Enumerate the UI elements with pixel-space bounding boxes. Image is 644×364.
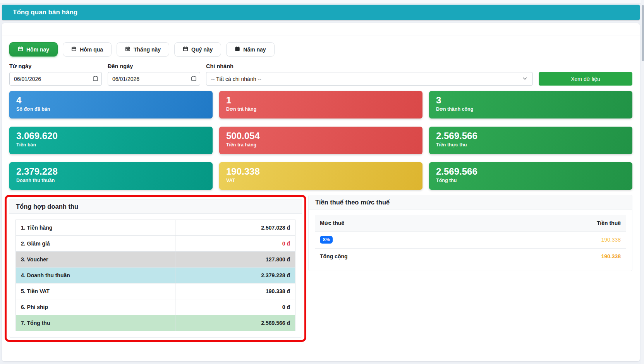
- row-value: 0 đ: [175, 236, 295, 252]
- stat-label: Tiền bán: [16, 142, 206, 148]
- from-date-label: Từ ngày: [9, 63, 102, 69]
- stat-card-tong-thu: 2.569.566 Tổng thu: [429, 162, 632, 190]
- row-value: 2.507.028 đ: [175, 220, 295, 236]
- row-value: 190.338 đ: [175, 283, 295, 299]
- stat-card-doanh-thu-thuan: 2.379.228 Doanh thu thuần: [9, 162, 213, 190]
- stat-value: 3.069.620: [16, 130, 206, 142]
- calendar-icon: [18, 46, 23, 53]
- table-row: 8% 190.338: [315, 231, 626, 248]
- calendar-icon: [71, 46, 77, 53]
- stat-label: Đơn thành công: [436, 106, 625, 112]
- stat-card-tien-ban: 3.069.620 Tiền bán: [9, 127, 213, 154]
- tax-panel: Tiền thuế theo mức thuế Mức thuế Tiền th…: [308, 195, 632, 271]
- column-header: Tiền thuế: [478, 215, 626, 231]
- stat-card-don-tra-hang: 1 Đơn trả hàng: [219, 91, 422, 118]
- stat-value: 190.338: [226, 166, 416, 177]
- row-value: 0 đ: [175, 299, 295, 315]
- stat-label: Số đơn đã bán: [16, 106, 206, 112]
- table-row: 7. Tổng thu 2.569.566 đ: [16, 315, 295, 331]
- branch-select-value: -- Tất cả chi nhánh --: [211, 76, 261, 82]
- stat-cards-grid: 4 Số đơn đã bán 1 Đơn trả hàng 3 Đơn thà…: [9, 91, 632, 190]
- row-label: 6. Phí ship: [16, 299, 175, 315]
- stat-label: Doanh thu thuần: [16, 177, 206, 184]
- stat-label: VAT: [226, 177, 416, 184]
- stat-card-so-don-da-ban: 4 Số đơn đã bán: [9, 91, 213, 118]
- stat-value: 2.569.566: [436, 130, 625, 142]
- stat-card-don-thanh-cong: 3 Đơn thành công: [429, 91, 632, 118]
- tax-table-header-row: Mức thuế Tiền thuế: [315, 215, 626, 231]
- to-date-label: Đến ngày: [108, 63, 200, 69]
- quick-filter-label: Hôm nay: [26, 46, 49, 53]
- quick-filter-hom-qua[interactable]: Hôm qua: [63, 42, 112, 57]
- tax-total-row: Tổng cộng 190.338: [315, 248, 626, 264]
- tax-total-label: Tổng cộng: [315, 248, 478, 264]
- stat-value: 500.054: [226, 130, 416, 142]
- bottom-row: Tổng hợp doanh thu 1. Tiền hàng 2.507.02…: [9, 195, 632, 342]
- branch-label: Chi nhánh: [206, 63, 533, 69]
- column-header: Mức thuế: [315, 215, 478, 231]
- calendar-icon: [183, 46, 188, 53]
- row-label: 1. Tiền hàng: [16, 220, 175, 236]
- stat-label: Tiền trả hàng: [226, 142, 416, 148]
- view-data-button[interactable]: Xem dữ liệu: [539, 72, 632, 86]
- revenue-summary-table: 1. Tiền hàng 2.507.028 đ 2. Giảm giá 0 đ…: [15, 220, 295, 331]
- calendar-icon: [125, 46, 131, 53]
- quick-filter-row: Hôm nay Hôm qua Tháng này Quý này Năm na…: [9, 42, 632, 57]
- tax-rate-cell: 8%: [315, 231, 478, 248]
- calendar-picker-icon[interactable]: [93, 76, 98, 83]
- browser-top-strip: [0, 0, 644, 4]
- stat-label: Tổng thu: [436, 177, 625, 184]
- quick-filter-label: Quý này: [191, 46, 213, 53]
- quick-filter-hom-nay[interactable]: Hôm nay: [9, 42, 58, 57]
- revenue-summary-body: 1. Tiền hàng 2.507.028 đ 2. Giảm giá 0 đ…: [9, 214, 302, 337]
- filter-grid: Từ ngày Đến ngày Chi nhánh -- Tất cả chi…: [9, 63, 632, 86]
- tax-amount-cell: 190.338: [478, 231, 626, 248]
- quick-filter-label: Hôm qua: [80, 46, 103, 53]
- tax-rate-badge: 8%: [320, 236, 333, 244]
- from-date-field: [9, 72, 102, 86]
- stat-value: 2.569.566: [436, 166, 625, 177]
- scrollbar[interactable]: [641, 0, 644, 364]
- tax-panel-title: Tiền thuế theo mức thuế: [315, 199, 390, 206]
- row-label: 5. Tiền VAT: [16, 283, 175, 299]
- stat-label: Tiền thực thu: [436, 142, 625, 148]
- quick-filter-label: Tháng này: [134, 46, 161, 53]
- table-row: 3. Voucher 127.800 đ: [16, 252, 295, 268]
- table-row: 6. Phí ship 0 đ: [16, 299, 295, 315]
- main-card: Hôm nay Hôm qua Tháng này Quý này Năm na…: [2, 23, 640, 361]
- row-label: 7. Tổng thu: [16, 315, 175, 331]
- row-value: 2.379.228 đ: [175, 268, 295, 283]
- chevron-down-icon: [522, 76, 528, 82]
- scrollbar-thumb[interactable]: [642, 5, 644, 61]
- revenue-summary-panel: Tổng hợp doanh thu 1. Tiền hàng 2.507.02…: [9, 199, 302, 338]
- branch-select[interactable]: -- Tất cả chi nhánh --: [206, 72, 533, 86]
- calendar-icon: [235, 46, 240, 53]
- quick-filter-thang-nay[interactable]: Tháng này: [117, 42, 169, 57]
- stat-card-vat: 190.338 VAT: [219, 162, 422, 190]
- row-value: 127.800 đ: [175, 252, 295, 268]
- stat-value: 3: [436, 94, 625, 106]
- stat-value: 2.379.228: [16, 166, 206, 177]
- stat-card-tien-thuc-thu: 2.569.566 Tiền thực thu: [429, 127, 632, 154]
- tax-table: Mức thuế Tiền thuế 8% 190.338 Tổng cộng: [315, 215, 626, 264]
- quick-filter-nam-nay[interactable]: Năm nay: [226, 42, 274, 57]
- page-title: Tổng quan bán hàng: [13, 9, 77, 16]
- stat-card-tien-tra-hang: 500.054 Tiền trả hàng: [219, 127, 422, 154]
- table-row: 2. Giảm giá 0 đ: [16, 236, 295, 252]
- row-label: 4. Doanh thu thuần: [16, 268, 175, 283]
- row-label: 3. Voucher: [16, 252, 175, 268]
- revenue-summary-title: Tổng hợp doanh thu: [16, 203, 78, 210]
- quick-filter-quy-nay[interactable]: Quý này: [174, 42, 221, 57]
- revenue-summary-header: Tổng hợp doanh thu: [9, 199, 302, 214]
- table-row: 1. Tiền hàng 2.507.028 đ: [16, 220, 295, 236]
- table-row: 5. Tiền VAT 190.338 đ: [16, 283, 295, 299]
- stat-label: Đơn trả hàng: [226, 106, 416, 112]
- table-row: 4. Doanh thu thuần 2.379.228 đ: [16, 268, 295, 283]
- from-date-input[interactable]: [9, 72, 102, 86]
- to-date-input[interactable]: [108, 72, 200, 86]
- to-date-field: [108, 72, 200, 86]
- calendar-picker-icon[interactable]: [191, 76, 197, 83]
- card-top-strip: [2, 23, 640, 36]
- stat-value: 1: [226, 94, 416, 106]
- row-label: 2. Giảm giá: [16, 236, 175, 252]
